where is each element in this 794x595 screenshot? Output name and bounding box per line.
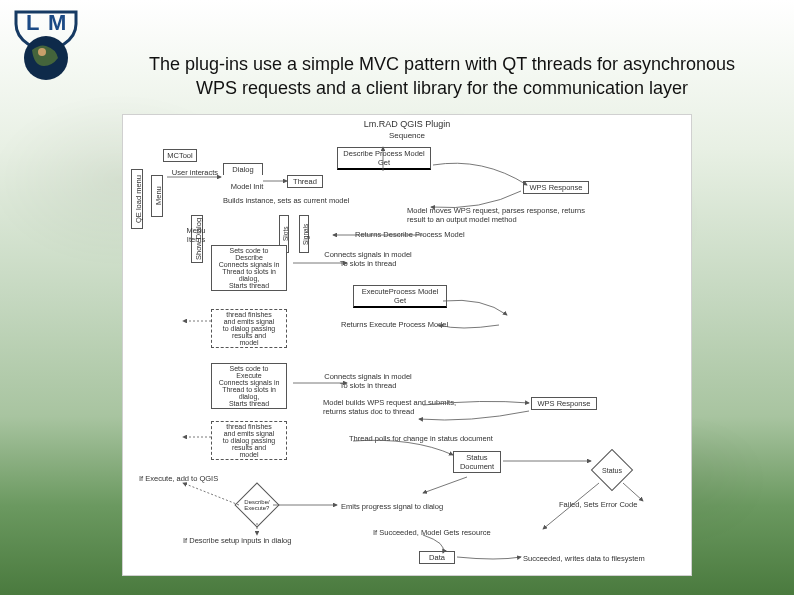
svg-text:M: M	[48, 10, 66, 35]
lbl-connects-1: Connects signals in model To slots in th…	[313, 251, 423, 268]
lbl-emits-progress: Emits progress signal to dialog	[341, 503, 471, 512]
box-dialog: Dialog	[223, 163, 263, 175]
box-wps-response-1: WPS Response	[523, 181, 589, 194]
lbl-if-describe: If Describe setup inputs in dialog	[183, 537, 343, 546]
box-thread: Thread	[287, 175, 323, 188]
lbl-if-succeeded: If Succeeded, Model Gets resource	[373, 529, 523, 538]
lbl-user-interacts: User interacts	[171, 169, 219, 178]
diagram-subtitle: Sequence	[123, 131, 691, 140]
svg-line-13	[423, 477, 467, 493]
svg-line-14	[623, 483, 643, 501]
lbl-builds-instance: Builds instance, sets as current model	[223, 197, 353, 206]
sequence-diagram: Lm.RAD QGIS Plugin Sequence MCTool QE lo…	[122, 114, 692, 576]
diamond-status: Status	[591, 449, 633, 491]
slide-title: The plug-ins use a simple MVC pattern wi…	[140, 52, 744, 101]
box-data: Data	[419, 551, 455, 564]
diamond-describe-execute: Describe/ Execute?	[234, 482, 279, 527]
lbl-model-init: Model Init	[227, 183, 267, 192]
lbl-menu-items: Menu Items	[179, 227, 213, 244]
box-describe-process: Describe Process Model Get	[337, 147, 431, 170]
lbl-returns-exec: Returns Execute Process Model	[341, 321, 481, 330]
svg-line-17	[183, 483, 239, 505]
box-describe-block: Sets code to Describe Connects signals i…	[211, 245, 287, 291]
lbl-model-resp: Model moves WPS request, parses response…	[407, 207, 597, 224]
lbl-failed: Failed, Sets Error Code	[559, 501, 669, 510]
box-thread-finishes-1: thread finishes and emits signal to dial…	[211, 309, 287, 348]
title-line-2: WPS requests and a client library for th…	[196, 78, 688, 98]
box-menu: Menu	[151, 175, 163, 217]
lbl-connects-2: Connects signals in model To slots in th…	[313, 373, 423, 390]
box-thread-finishes-2: thread finishes and emits signal to dial…	[211, 421, 287, 460]
box-exec-block: Sets code to Execute Connects signals in…	[211, 363, 287, 409]
svg-text:L: L	[26, 10, 39, 35]
title-line-1: The plug-ins use a simple MVC pattern wi…	[149, 54, 735, 74]
box-status-doc: Status Document	[453, 451, 501, 473]
lbl-returns-describe: Returns Describe Process Model	[355, 231, 505, 240]
lbl-if-execute: If Execute, add to QGIS	[139, 475, 239, 484]
box-exec-process: ExecuteProcess Model Get	[353, 285, 447, 308]
lm-logo: L M	[14, 10, 78, 84]
diagram-title: Lm.RAD QGIS Plugin	[123, 119, 691, 129]
lbl-succeeded: Succeeded, writes data to filesystem	[523, 555, 683, 564]
lbl-thread-polls: Thread polls for change in status docume…	[349, 435, 529, 444]
box-qe-loadmenu: QE load menu	[131, 169, 143, 229]
svg-point-1	[38, 48, 46, 56]
box-wps-response-2: WPS Response	[531, 397, 597, 410]
box-mctool: MCTool	[163, 149, 197, 162]
lbl-model-submits: Model builds WPS request and submits, re…	[323, 399, 519, 416]
box-signals: Signals	[299, 215, 309, 253]
